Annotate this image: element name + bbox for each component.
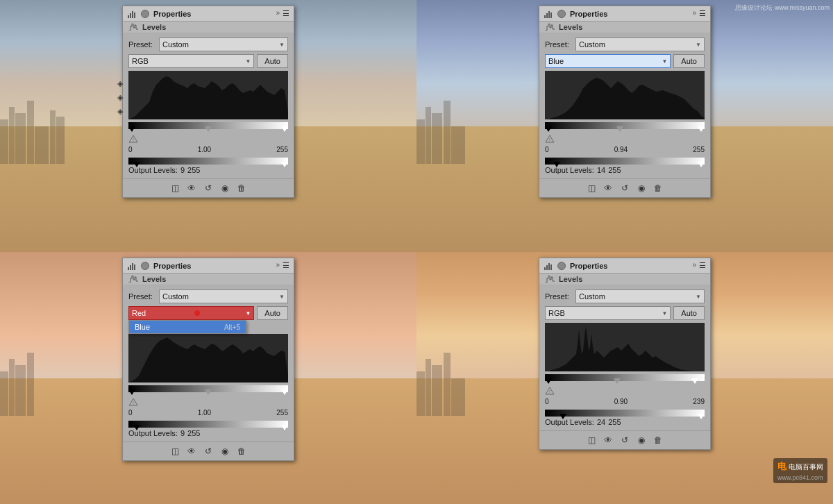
output-label-br: Output Levels: bbox=[545, 418, 594, 426]
visibility-btn-tr[interactable]: ◉ bbox=[635, 182, 648, 194]
white-point-tool-tl[interactable]: ◈ bbox=[115, 78, 126, 89]
clip-btn-br[interactable]: ◫ bbox=[585, 434, 598, 446]
warning-icon-tl: ! bbox=[128, 135, 138, 143]
auto-btn-tl[interactable]: Auto bbox=[257, 54, 288, 68]
channel-select-tr[interactable]: Blue ▼ bbox=[545, 54, 671, 68]
mask-icon-tr bbox=[557, 10, 566, 18]
input-white-tl: 255 bbox=[276, 146, 288, 153]
svg-rect-22 bbox=[546, 265, 548, 270]
svg-rect-17 bbox=[134, 264, 135, 270]
auto-btn-br[interactable]: Auto bbox=[673, 306, 705, 320]
panel-tl: Properties » ☰ Levels Preset: Custom bbox=[122, 6, 294, 198]
panel-tr: Properties » ☰ Levels Preset: Custom bbox=[539, 6, 711, 198]
trash-btn-br[interactable]: 🗑 bbox=[652, 434, 664, 446]
svg-rect-23 bbox=[548, 263, 550, 270]
histogram-icon-tl bbox=[127, 10, 137, 18]
input-black-br: 0 bbox=[545, 398, 549, 405]
visibility-btn-tl[interactable]: ◉ bbox=[219, 182, 231, 194]
eye-btn-bl[interactable]: 👁 bbox=[185, 445, 198, 457]
eye-btn-tl[interactable]: 👁 bbox=[185, 182, 198, 194]
expand-icon-bl[interactable]: » bbox=[276, 261, 280, 270]
watermark-tr: 思缘设计论坛 www.missyuan.com bbox=[735, 3, 830, 12]
input-white-tr: 255 bbox=[693, 146, 705, 153]
mid-point-tool-tl[interactable]: ◈ bbox=[115, 92, 126, 103]
eye-btn-tr[interactable]: 👁 bbox=[602, 182, 614, 194]
levels-label-tr: Levels bbox=[559, 23, 582, 31]
histogram-bl bbox=[128, 334, 288, 383]
channel-select-bl[interactable]: Red ▼ bbox=[128, 306, 254, 320]
input-mid-br: 0.90 bbox=[614, 398, 628, 405]
levels-label-bl: Levels bbox=[142, 275, 166, 283]
trash-btn-bl[interactable]: 🗑 bbox=[235, 445, 248, 457]
input-white-bl: 255 bbox=[276, 409, 288, 417]
channel-select-br[interactable]: RGB ▼ bbox=[545, 306, 671, 320]
reset-btn-tr[interactable]: ↺ bbox=[619, 182, 631, 194]
svg-rect-14 bbox=[128, 267, 129, 270]
mask-icon-tl bbox=[141, 10, 149, 18]
levels-icon-tr bbox=[545, 24, 555, 31]
expand-icon-br[interactable]: » bbox=[692, 261, 696, 270]
preset-label-bl: Preset: bbox=[128, 292, 156, 301]
expand-icon-tl[interactable]: » bbox=[276, 9, 280, 18]
svg-text:!: ! bbox=[133, 137, 134, 142]
expand-icon-tr[interactable]: » bbox=[692, 9, 696, 18]
output-black-bl: 9 bbox=[180, 429, 185, 437]
svg-marker-18 bbox=[128, 337, 288, 383]
reset-btn-br[interactable]: ↺ bbox=[619, 434, 631, 446]
mask-icon-br bbox=[557, 262, 566, 270]
clip-btn-tr[interactable]: ◫ bbox=[585, 182, 598, 194]
auto-btn-tr[interactable]: Auto bbox=[673, 54, 705, 68]
trash-btn-tl[interactable]: 🗑 bbox=[235, 182, 248, 194]
auto-btn-bl[interactable]: Auto bbox=[257, 306, 288, 320]
histogram-icon-tr bbox=[544, 10, 553, 18]
svg-rect-15 bbox=[130, 265, 131, 270]
histogram-tl bbox=[128, 71, 288, 119]
visibility-btn-bl[interactable]: ◉ bbox=[219, 445, 231, 457]
histogram-tr bbox=[545, 71, 705, 119]
input-white-br: 239 bbox=[693, 398, 705, 405]
input-mid-bl: 1.00 bbox=[198, 409, 211, 417]
svg-rect-3 bbox=[134, 12, 135, 18]
preset-select-bl[interactable]: Custom ▼ bbox=[159, 289, 288, 303]
menu-icon-br[interactable]: ☰ bbox=[699, 261, 706, 270]
levels-label-tl: Levels bbox=[142, 23, 166, 31]
preset-label-br: Preset: bbox=[545, 292, 573, 301]
svg-rect-0 bbox=[128, 15, 129, 18]
preset-select-br[interactable]: Custom ▼ bbox=[575, 289, 705, 303]
levels-icon-tl bbox=[128, 24, 138, 31]
bottom-tools-tr: ◫ 👁 ↺ ◉ 🗑 bbox=[539, 178, 710, 197]
visibility-btn-br[interactable]: ◉ bbox=[635, 434, 648, 446]
preset-select-tr[interactable]: Custom ▼ bbox=[575, 37, 705, 51]
panel-header-tl: Properties » ☰ bbox=[123, 6, 294, 22]
clip-btn-bl[interactable]: ◫ bbox=[169, 445, 181, 457]
svg-rect-1 bbox=[130, 13, 131, 18]
svg-text:!: ! bbox=[549, 137, 550, 142]
reset-btn-tl[interactable]: ↺ bbox=[202, 182, 214, 194]
histogram-icon-bl bbox=[127, 262, 137, 270]
panel-title-br: Properties bbox=[570, 262, 607, 270]
panel-bl: Properties » ☰ Levels Preset: Custom bbox=[122, 258, 294, 461]
trash-btn-tr[interactable]: 🗑 bbox=[652, 182, 664, 194]
reset-btn-bl[interactable]: ↺ bbox=[202, 445, 214, 457]
menu-icon-tl[interactable]: ☰ bbox=[283, 9, 289, 18]
levels-label-br: Levels bbox=[559, 275, 582, 283]
input-black-tl: 0 bbox=[128, 146, 133, 153]
svg-text:!: ! bbox=[133, 401, 134, 405]
output-black-tl: 9 bbox=[180, 166, 185, 174]
warning-icon-bl: ! bbox=[128, 398, 138, 406]
input-black-tr: 0 bbox=[545, 146, 549, 153]
svg-rect-21 bbox=[544, 267, 546, 270]
preset-select-tl[interactable]: Custom ▼ bbox=[159, 37, 288, 51]
menu-icon-bl[interactable]: ☰ bbox=[283, 261, 289, 270]
dropdown-item-blue[interactable]: Blue Alt+5 bbox=[129, 321, 246, 333]
eye-btn-br[interactable]: 👁 bbox=[602, 434, 614, 446]
svg-marker-25 bbox=[545, 326, 705, 371]
levels-icon-bl bbox=[128, 276, 138, 283]
svg-rect-24 bbox=[550, 264, 552, 270]
clip-btn-tl[interactable]: ◫ bbox=[169, 182, 181, 194]
channel-select-tl[interactable]: RGB ▼ bbox=[128, 54, 254, 68]
menu-icon-tr[interactable]: ☰ bbox=[699, 9, 706, 18]
black-point-tool-tl[interactable]: ◈ bbox=[115, 106, 126, 117]
svg-rect-8 bbox=[546, 13, 548, 18]
bottom-tools-br: ◫ 👁 ↺ ◉ 🗑 bbox=[539, 430, 710, 449]
